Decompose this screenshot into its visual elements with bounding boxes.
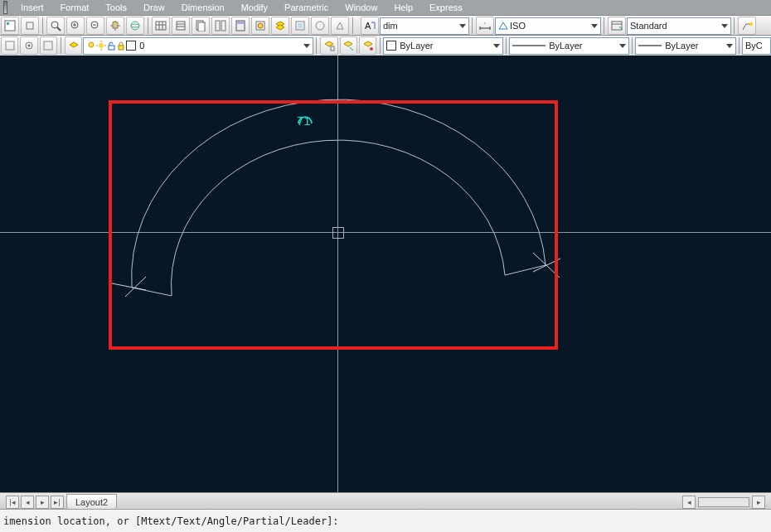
zoom-window-icon[interactable] [66, 17, 85, 35]
linetype-dropdown[interactable]: ByLayer [509, 37, 629, 55]
chevron-down-icon [493, 44, 500, 48]
layer-properties-icon[interactable] [65, 36, 82, 55]
block-editor-icon[interactable] [291, 17, 309, 35]
layer-match-icon[interactable] [359, 36, 376, 55]
toolbar-row-1: A dim ISO Standard [0, 15, 771, 36]
color-dropdown[interactable]: ByLayer [383, 37, 503, 55]
layout-tab[interactable]: Layout2 [66, 494, 117, 509]
lock-open-icon [106, 41, 116, 51]
svg-rect-49 [331, 46, 334, 51]
command-line[interactable]: imension location, or [Mtext/Text/Angle/… [0, 509, 771, 532]
menu-draw[interactable]: Draw [135, 2, 173, 13]
svg-point-10 [131, 22, 139, 30]
toolbar-separator [739, 37, 739, 54]
toolbar-separator [380, 37, 381, 54]
tool-button-1[interactable] [1, 17, 19, 35]
layout-tab-bar: |◂ ◂ ▸ ▸| Layout2 ◂ ▸ [0, 492, 771, 509]
tool2-1[interactable] [1, 36, 18, 55]
svg-rect-2 [27, 22, 33, 29]
svg-rect-16 [177, 22, 185, 30]
layer-filter-icon[interactable] [340, 36, 357, 55]
layer-states-icon[interactable] [320, 36, 337, 55]
svg-rect-28 [298, 23, 303, 28]
drawing-area[interactable]: 71 [0, 56, 771, 492]
svg-rect-20 [198, 22, 205, 31]
tab-nav-first[interactable]: |◂ [6, 496, 19, 509]
zoom-previous-icon[interactable] [86, 17, 104, 35]
red-highlight-box [109, 100, 558, 350]
toolbar-separator [506, 37, 507, 54]
svg-rect-37 [6, 41, 14, 50]
dim-style-icon[interactable] [476, 17, 494, 35]
layer-manager-icon[interactable] [271, 17, 289, 35]
table-style-icon[interactable] [608, 17, 626, 35]
menu-window[interactable]: Window [337, 2, 386, 13]
svg-point-3 [51, 22, 58, 28]
dim-style-value: ISO [510, 21, 526, 31]
toolbar-row-2: 0 ByLayer ByLayer ByLayer ByC [0, 35, 771, 56]
svg-line-4 [57, 27, 61, 31]
svg-point-36 [749, 22, 753, 26]
zoom-extents-icon[interactable] [46, 17, 65, 35]
toolbar-separator [604, 17, 604, 34]
chevron-down-icon [459, 24, 466, 28]
svg-rect-40 [44, 41, 52, 50]
multileader-style-icon[interactable] [738, 17, 756, 35]
properties-icon[interactable] [172, 17, 190, 35]
tabbar-right-group: ◂ ▸ [681, 496, 771, 509]
triangle-icon [498, 21, 508, 31]
command-text: imension location, or [Mtext/Text/Angle/… [3, 515, 339, 527]
layer-dropdown[interactable]: 0 [83, 37, 313, 55]
tool-button-misc2[interactable] [331, 17, 349, 35]
menu-express[interactable]: Express [421, 2, 471, 13]
svg-rect-12 [156, 22, 166, 30]
table-style-value: Standard [630, 21, 667, 31]
toolbar-separator [632, 37, 633, 54]
table-icon[interactable] [152, 17, 170, 35]
toolbar-separator [61, 37, 61, 54]
tab-nav-next[interactable]: ▸ [36, 496, 49, 509]
menu-insert[interactable]: Insert [12, 2, 52, 13]
sheet-set-icon[interactable] [192, 17, 210, 35]
menu-help[interactable]: Help [386, 2, 421, 13]
markup-icon[interactable] [251, 17, 269, 35]
toolbar-gripper[interactable] [3, 1, 7, 14]
lineweight-value: ByLayer [665, 41, 698, 51]
menu-tools[interactable]: Tools [97, 2, 135, 13]
svg-rect-48 [119, 46, 124, 50]
scroll-left-icon[interactable]: ◂ [682, 496, 696, 509]
dim-style-dropdown[interactable]: ISO [495, 17, 601, 35]
svg-rect-47 [109, 46, 114, 50]
tool-button-2[interactable] [21, 17, 39, 35]
svg-point-42 [99, 43, 104, 48]
table-style-dropdown[interactable]: Standard [627, 17, 731, 35]
color-swatch [386, 41, 396, 51]
text-style-dropdown[interactable]: dim [380, 17, 469, 35]
orbit-icon[interactable] [126, 17, 144, 35]
gear-icon[interactable] [20, 36, 37, 55]
menu-dimension[interactable]: Dimension [173, 2, 233, 13]
svg-point-11 [131, 24, 139, 27]
plotstyle-dropdown[interactable]: ByC [742, 37, 771, 55]
text-style-icon[interactable]: A [361, 17, 379, 35]
tab-nav-prev[interactable]: ◂ [21, 496, 34, 509]
toolbar-separator [42, 17, 43, 34]
scroll-right-icon[interactable]: ▸ [752, 496, 765, 509]
menu-format[interactable]: Format [52, 2, 98, 13]
layout-tab-label: Layout2 [75, 497, 108, 507]
toolbar-separator [148, 17, 148, 34]
chevron-down-icon [591, 24, 598, 28]
calculator-icon[interactable] [231, 17, 250, 35]
menu-parametric[interactable]: Parametric [276, 2, 337, 13]
tool-palettes-icon[interactable] [211, 17, 230, 35]
tool-button-misc1[interactable] [311, 17, 329, 35]
scrollbar-track[interactable] [698, 497, 749, 507]
menu-modify[interactable]: Modify [233, 2, 276, 13]
pan-icon[interactable] [106, 17, 124, 35]
svg-point-26 [258, 23, 263, 28]
svg-rect-22 [221, 21, 225, 31]
tool2-3[interactable] [40, 36, 57, 55]
lineweight-dropdown[interactable]: ByLayer [635, 37, 736, 55]
svg-text:A: A [365, 21, 371, 31]
tab-nav-last[interactable]: ▸| [51, 496, 64, 509]
